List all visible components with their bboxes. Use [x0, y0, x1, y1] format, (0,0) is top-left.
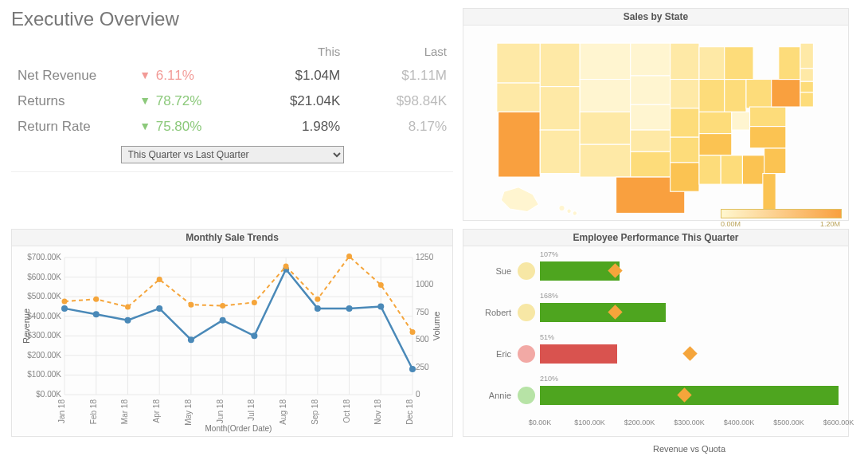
- quota-marker-icon: [682, 346, 697, 360]
- svg-text:Jun 18: Jun 18: [216, 399, 225, 423]
- svg-text:Revenue: Revenue: [22, 309, 31, 344]
- svg-point-111: [315, 297, 320, 302]
- svg-rect-31: [763, 174, 776, 214]
- employee-row: Eric51%: [470, 336, 839, 372]
- employee-chart[interactable]: Sue107%Robert168%Eric51%Annie210% $0.00K…: [463, 246, 849, 437]
- svg-rect-21: [699, 47, 725, 80]
- trends-chart[interactable]: $0.00K$100.00K$200.00K$300.00K$400.00K$5…: [11, 246, 453, 437]
- svg-text:500: 500: [416, 335, 429, 344]
- svg-text:Feb 18: Feb 18: [89, 399, 98, 425]
- svg-rect-10: [631, 43, 671, 76]
- svg-rect-19: [671, 137, 699, 163]
- svg-rect-11: [631, 76, 671, 104]
- col-this: This: [240, 40, 346, 63]
- employee-bar: [540, 344, 617, 364]
- triangle-down-icon: ▼: [139, 69, 151, 81]
- employee-name: Robert: [470, 308, 518, 317]
- svg-rect-16: [671, 43, 699, 79]
- col-last: Last: [346, 40, 453, 63]
- svg-text:Jan 18: Jan 18: [57, 399, 66, 423]
- svg-point-105: [125, 304, 131, 309]
- svg-text:$700.00K: $700.00K: [27, 253, 61, 261]
- employee-pct: 210%: [540, 375, 558, 383]
- svg-rect-18: [671, 108, 699, 137]
- map-legend: 0.00M1.20M: [721, 209, 840, 231]
- svg-rect-24: [725, 47, 753, 80]
- period-select[interactable]: This Quarter vs Last Quarter: [121, 146, 344, 163]
- svg-rect-30: [742, 155, 764, 184]
- svg-text:Sep 18: Sep 18: [311, 399, 319, 425]
- svg-rect-12: [631, 104, 671, 130]
- svg-rect-26: [699, 112, 732, 133]
- svg-text:Jul 18: Jul 18: [247, 399, 256, 421]
- axis-tick: $100.00K: [574, 419, 605, 427]
- svg-point-94: [156, 305, 162, 312]
- svg-text:Oct 18: Oct 18: [342, 399, 351, 423]
- trends-panel: Monthly Sale Trends $0.00K$100.00K$200.0…: [11, 229, 453, 452]
- svg-rect-9: [580, 144, 631, 177]
- svg-point-99: [315, 305, 321, 312]
- svg-point-95: [188, 336, 194, 343]
- svg-rect-41: [800, 92, 813, 107]
- svg-rect-36: [772, 80, 800, 107]
- svg-text:0: 0: [416, 390, 420, 399]
- svg-text:$300.00K: $300.00K: [27, 331, 61, 340]
- svg-rect-8: [580, 112, 631, 144]
- svg-text:Apr 18: Apr 18: [152, 399, 161, 423]
- svg-rect-4: [540, 87, 580, 130]
- axis-tick: $500.00K: [773, 419, 804, 427]
- status-dot-icon: [518, 304, 535, 321]
- status-dot-icon: [518, 345, 535, 363]
- svg-rect-3: [540, 43, 580, 86]
- employee-name: Annie: [470, 391, 518, 400]
- svg-point-93: [124, 317, 131, 324]
- employee-pct: 107%: [540, 250, 558, 258]
- svg-point-112: [346, 254, 352, 259]
- svg-rect-22: [699, 80, 725, 112]
- svg-rect-32: [764, 148, 786, 174]
- svg-point-101: [377, 303, 384, 309]
- svg-point-96: [220, 317, 226, 324]
- svg-point-92: [93, 311, 100, 317]
- svg-point-113: [378, 282, 384, 288]
- svg-rect-37: [779, 47, 800, 80]
- svg-rect-14: [631, 151, 671, 177]
- svg-rect-20: [671, 163, 699, 191]
- map-chart[interactable]: 0.00M1.20M: [463, 25, 849, 221]
- svg-point-107: [188, 302, 194, 308]
- employee-title: Employee Performance This Quarter: [463, 229, 849, 246]
- svg-text:Aug 18: Aug 18: [279, 399, 287, 425]
- row-net-revenue: Net Revenue ▼ 6.11% $1.04M $1.11M: [11, 63, 453, 88]
- svg-rect-23: [725, 80, 746, 112]
- svg-point-109: [252, 300, 257, 305]
- svg-text:$500.00K: $500.00K: [27, 292, 61, 301]
- svg-text:$200.00K: $200.00K: [27, 351, 61, 360]
- svg-point-102: [409, 366, 416, 372]
- svg-rect-1: [497, 83, 540, 112]
- svg-point-103: [62, 299, 68, 305]
- employee-pct: 168%: [540, 292, 558, 300]
- svg-rect-29: [721, 155, 742, 184]
- map-panel: Sales by State: [463, 8, 849, 219]
- employee-xlabel: Revenue vs Quota: [540, 444, 839, 454]
- svg-text:Nov 18: Nov 18: [373, 399, 382, 425]
- row-returns: Returns ▼ 78.72% $21.04K $98.84K: [11, 88, 453, 114]
- svg-rect-27: [699, 134, 732, 155]
- page-title: Executive Overview: [11, 8, 453, 30]
- axis-tick: $300.00K: [674, 419, 705, 427]
- employee-row: Robert168%: [470, 294, 839, 331]
- svg-point-42: [559, 205, 565, 210]
- svg-point-106: [157, 277, 162, 282]
- svg-rect-38: [800, 43, 813, 69]
- us-map-icon: [467, 29, 845, 217]
- axis-tick: $200.00K: [624, 419, 655, 427]
- svg-text:1000: 1000: [416, 280, 434, 289]
- svg-text:$100.00K: $100.00K: [27, 370, 61, 379]
- svg-rect-7: [580, 80, 631, 112]
- svg-rect-25: [746, 80, 772, 108]
- employee-row: Annie210%: [470, 377, 839, 414]
- svg-point-97: [251, 332, 257, 339]
- employee-bar: [540, 303, 666, 322]
- employee-panel: Employee Performance This Quarter Sue107…: [463, 229, 849, 452]
- overview-panel: Executive Overview This Last Net Revenue…: [11, 8, 453, 219]
